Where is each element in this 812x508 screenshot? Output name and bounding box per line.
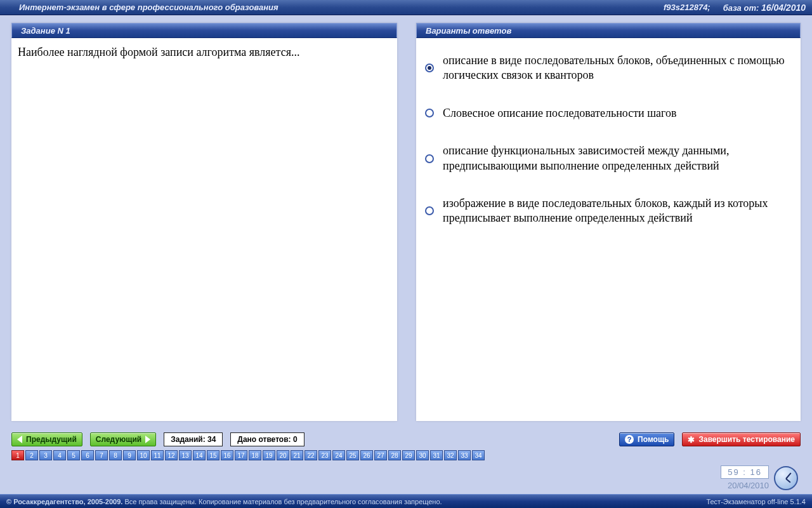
current-date: 20/04/2010 — [721, 481, 769, 490]
db-info: база от: 16/04/2010 — [723, 3, 806, 13]
answers-panel-header: Варианты ответов — [416, 23, 801, 38]
answer-option[interactable]: Словесное описание последовательности ша… — [425, 106, 792, 121]
question-nav-item[interactable]: 7 — [95, 450, 108, 460]
footer-bar: © Росаккредагентство, 2005-2009. Все пра… — [0, 494, 812, 508]
question-nav-item[interactable]: 8 — [109, 450, 122, 460]
question-nav-item[interactable]: 6 — [81, 450, 94, 460]
help-button[interactable]: ? Помощь — [619, 432, 674, 446]
radio-icon[interactable] — [425, 154, 434, 163]
question-nav-item[interactable]: 10 — [137, 450, 150, 460]
runner-icon: ✱ — [688, 435, 695, 444]
answer-text: описание в виде последовательных блоков,… — [443, 53, 792, 83]
question-nav-item[interactable]: 32 — [444, 450, 457, 460]
next-button[interactable]: Следующий — [90, 432, 156, 446]
question-nav-item[interactable]: 4 — [53, 450, 66, 460]
answer-text: описание функциональных зависимостей меж… — [443, 144, 792, 173]
question-nav-item[interactable]: 27 — [374, 450, 387, 460]
question-mark-icon: ? — [625, 435, 634, 444]
question-nav-item[interactable]: 24 — [332, 450, 345, 460]
question-nav-item[interactable]: 17 — [235, 450, 247, 460]
question-nav: 1234567891011121314151617181920212223242… — [0, 448, 812, 465]
question-nav-item[interactable]: 29 — [402, 450, 415, 460]
question-nav-item[interactable]: 21 — [291, 450, 303, 460]
question-nav-item[interactable]: 12 — [165, 450, 178, 460]
session-id: f93s212874; — [664, 3, 710, 12]
question-nav-item[interactable]: 31 — [430, 450, 443, 460]
radio-icon[interactable] — [425, 206, 434, 215]
answers-list: описание в виде последовательных блоков,… — [416, 38, 801, 421]
triangle-right-icon — [145, 436, 150, 443]
title-bar: Интернет-экзамен в сфере профессионально… — [0, 0, 812, 15]
question-text: Наиболее наглядной формой записи алгорит… — [11, 38, 397, 421]
prev-button[interactable]: Предыдущий — [11, 432, 82, 446]
question-panel: Задание N 1 Наиболее наглядной формой за… — [11, 23, 397, 421]
question-nav-item[interactable]: 30 — [416, 450, 429, 460]
question-panel-header: Задание N 1 — [11, 23, 397, 38]
time-remaining: 59 : 16 — [721, 465, 769, 479]
footer-version: Тест-Экзаменатор off-line 5.1.4 — [706, 498, 806, 505]
question-nav-item[interactable]: 2 — [25, 450, 38, 460]
question-nav-item[interactable]: 1 — [11, 450, 24, 460]
answers-panel: Варианты ответов описание в виде последо… — [416, 23, 801, 421]
question-nav-item[interactable]: 28 — [388, 450, 401, 460]
question-nav-item[interactable]: 11 — [151, 450, 164, 460]
question-nav-item[interactable]: 25 — [346, 450, 359, 460]
radio-icon[interactable] — [425, 109, 434, 117]
question-nav-item[interactable]: 15 — [207, 450, 219, 460]
question-nav-item[interactable]: 14 — [193, 450, 206, 460]
clock-row: 59 : 16 20/04/2010 — [0, 465, 812, 494]
radio-icon[interactable] — [425, 64, 434, 72]
question-nav-item[interactable]: 18 — [249, 450, 261, 460]
question-nav-item[interactable]: 3 — [39, 450, 52, 460]
triangle-left-icon — [17, 436, 22, 443]
tasks-count: Заданий: 34 — [164, 432, 223, 446]
question-nav-item[interactable]: 22 — [304, 450, 317, 460]
question-nav-item[interactable]: 34 — [472, 450, 485, 460]
question-nav-item[interactable]: 13 — [179, 450, 192, 460]
question-nav-item[interactable]: 23 — [318, 450, 331, 460]
finish-button[interactable]: ✱ Завершить тестирование — [682, 432, 801, 446]
footer-rights: Все права защищены. Копирование материал… — [124, 498, 442, 505]
clock-icon — [774, 466, 798, 490]
answered-count: Дано ответов: 0 — [230, 432, 304, 446]
answer-option[interactable]: описание функциональных зависимостей меж… — [425, 144, 792, 173]
question-nav-item[interactable]: 16 — [221, 450, 233, 460]
question-nav-item[interactable]: 20 — [277, 450, 289, 460]
question-nav-item[interactable]: 33 — [458, 450, 471, 460]
question-nav-item[interactable]: 5 — [67, 450, 80, 460]
answer-option[interactable]: изображение в виде последовательных блок… — [425, 196, 792, 226]
question-nav-item[interactable]: 9 — [123, 450, 136, 460]
answer-text: изображение в виде последовательных блок… — [443, 196, 792, 226]
footer-copyright: © Росаккредагентство, 2005-2009. — [6, 498, 122, 505]
answer-text: Словесное описание последовательности ша… — [443, 106, 677, 121]
controls-bar: Предыдущий Следующий Заданий: 34 Дано от… — [0, 429, 812, 448]
question-nav-item[interactable]: 26 — [360, 450, 373, 460]
question-nav-item[interactable]: 19 — [263, 450, 275, 460]
main-area: Задание N 1 Наиболее наглядной формой за… — [0, 15, 812, 429]
answer-option[interactable]: описание в виде последовательных блоков,… — [425, 53, 792, 83]
app-title: Интернет-экзамен в сфере профессионально… — [19, 3, 278, 12]
